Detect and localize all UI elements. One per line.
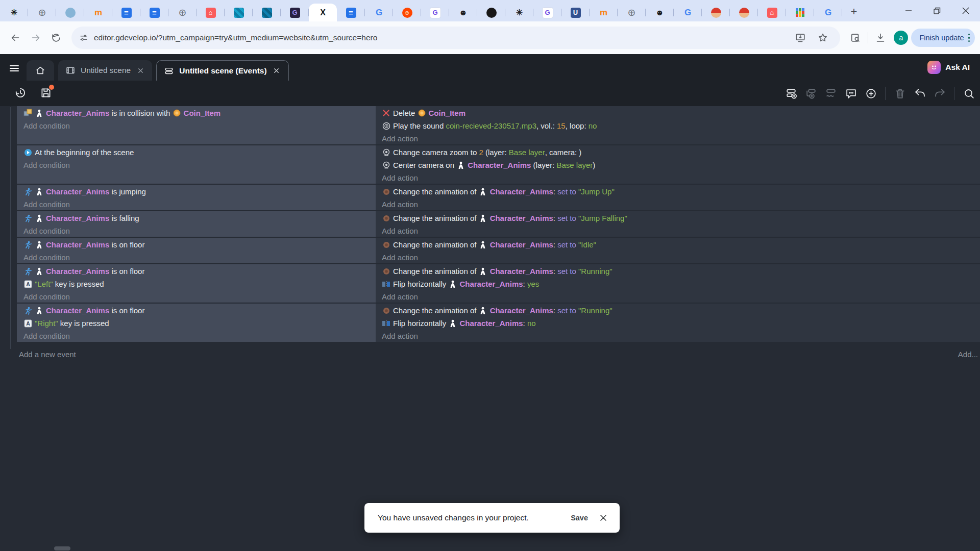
browser-tab-grid[interactable] [786,4,814,21]
conditions-cell[interactable]: Character_Anims is fallingAdd condition [17,211,376,237]
conditions-cell[interactable]: Character_Anims is jumpingAdd condition [17,185,376,210]
browser-tab-claude[interactable]: ☻ [449,4,477,21]
omnibox[interactable]: editor.gdevelop.io/?utm_campaign=try&utm… [71,27,840,49]
browser-tab-docs[interactable]: ≡ [140,4,168,21]
add-action-link[interactable]: Add action [382,171,980,184]
browser-tab-docs[interactable]: ≡ [337,4,365,21]
action-line[interactable]: Play the sound coin-recieved-230517.mp3,… [382,119,980,132]
condition-line[interactable]: Character_Anims is on floor [17,304,376,317]
finish-update-button[interactable]: Finish update [911,29,975,47]
add-condition-link[interactable]: Add condition [17,251,376,264]
restore-button[interactable] [923,0,951,21]
editor-tab-scene[interactable]: Untitled scene [58,60,152,81]
browser-tab-reddit[interactable]: ☺ [393,4,421,21]
url-text[interactable]: editor.gdevelop.io/?utm_campaign=try&utm… [94,33,790,42]
actions-cell[interactable]: Change camera zoom to 2 (layer: Base lay… [376,145,980,184]
action-line[interactable]: Change the animation of Character_Anims:… [382,185,980,198]
add-condition-link[interactable]: Add condition [17,290,376,303]
add-action-link[interactable]: Add action [382,198,980,211]
browser-tab-udemy[interactable]: U [561,4,590,21]
browser-tab-openai[interactable]: ✳ [0,4,28,21]
browser-tab-globe[interactable]: ⊕ [28,4,56,21]
action-line[interactable]: Change camera zoom to 2 (layer: Base lay… [382,146,980,159]
snackbar-close-icon[interactable] [594,509,612,527]
actions-cell[interactable]: Change the animation of Character_Anims:… [376,264,980,303]
site-info-icon[interactable] [79,33,89,43]
browser-tab-docs[interactable]: ≡ [112,4,140,21]
add-condition-link[interactable]: Add condition [17,119,376,132]
conditions-cell[interactable]: Character_Anims is in collision with Coi… [17,106,376,144]
browser-tab-teal2[interactable] [253,4,281,21]
condition-line[interactable]: At the beginning of the scene [17,146,376,159]
add-action-link[interactable]: Add action [382,224,980,237]
browser-menu-icon[interactable] [968,34,970,42]
add-condition-link[interactable]: Add condition [17,198,376,211]
actions-cell[interactable]: Change the animation of Character_Anims:… [376,304,980,342]
browser-tab-brain[interactable] [56,4,84,21]
add-comment-icon[interactable] [843,84,859,103]
browser-tab-itch[interactable]: ⌂ [758,4,786,21]
snackbar-save-button[interactable]: Save [565,510,594,526]
browser-tab-moodle[interactable]: m [590,4,618,21]
undo-icon[interactable] [912,84,928,103]
horizontal-scrollbar-thumb[interactable] [54,546,70,550]
action-line[interactable]: Change the animation of Character_Anims:… [382,238,980,251]
add-condition-link[interactable]: Add condition [17,330,376,342]
actions-cell[interactable]: Change the animation of Character_Anims:… [376,238,980,263]
actions-cell[interactable]: Change the animation of Character_Anims:… [376,211,980,237]
condition-line[interactable]: A"Left" key is pressed [17,278,376,290]
profile-avatar[interactable]: a [894,31,908,45]
new-tab-button[interactable]: + [845,3,863,20]
close-tab-icon[interactable] [272,66,281,76]
browser-tab-mario[interactable] [730,4,758,21]
condition-line[interactable]: Character_Anims is falling [17,212,376,224]
add-condition-link[interactable]: Add condition [17,224,376,237]
action-line[interactable]: Delete Coin_Item [382,107,980,119]
actions-cell[interactable]: Delete Coin_ItemPlay the sound coin-reci… [376,106,980,144]
history-icon[interactable] [11,84,30,102]
add-new-event-link[interactable]: Add a new event [19,350,76,359]
add-action-link[interactable]: Add action [382,251,980,264]
action-line[interactable]: Change the animation of Character_Anims:… [382,212,980,224]
browser-tab-x-active[interactable]: X [309,4,337,21]
browser-tab-globe[interactable]: ⊕ [618,4,646,21]
minimize-button[interactable] [894,0,923,21]
browser-tab-gdev[interactable]: G [421,4,449,21]
browser-tab-mario[interactable] [702,4,730,21]
install-app-icon[interactable] [790,28,811,48]
add-condition-link[interactable]: Add condition [17,159,376,171]
browser-tab-teal[interactable] [225,4,253,21]
action-line[interactable]: Center camera on Character_Anims (layer:… [382,159,980,171]
action-line[interactable]: Flip horizontally Character_Anims: yes [382,278,980,290]
conditions-cell[interactable]: Character_Anims is on floorA"Right" key … [17,304,376,342]
condition-line[interactable]: Character_Anims is on floor [17,238,376,251]
browser-tab-openai[interactable]: ✳ [505,4,533,21]
add-action-link[interactable]: Add action [382,330,980,342]
home-tab[interactable] [27,60,54,81]
downloads-icon[interactable] [870,28,891,48]
conditions-cell[interactable]: At the beginning of the sceneAdd conditi… [17,145,376,184]
browser-tab-globe[interactable]: ⊕ [168,4,197,21]
forward-button[interactable] [26,28,46,48]
choose-event-icon[interactable] [863,84,879,103]
close-tab-icon[interactable] [136,66,145,75]
action-line[interactable]: Change the animation of Character_Anims:… [382,265,980,278]
conditions-cell[interactable]: Character_Anims is on floorA"Left" key i… [17,264,376,303]
condition-line[interactable]: Character_Anims is jumping [17,185,376,198]
save-icon[interactable] [37,84,55,102]
browser-tab-claude[interactable]: ☻ [646,4,674,21]
add-more-link[interactable]: Add... [958,350,978,359]
tab-search-icon[interactable] [845,28,866,48]
ask-ai-button[interactable]: Ask AI [924,60,973,74]
condition-line[interactable]: Character_Anims is on floor [17,265,376,278]
action-line[interactable]: Flip horizontally Character_Anims: no [382,317,980,330]
bookmark-star-icon[interactable] [813,28,833,48]
main-menu-icon[interactable] [4,58,24,79]
browser-tab-google[interactable]: G [814,4,842,21]
browser-tab-moodle[interactable]: m [84,4,112,21]
browser-tab-gdev[interactable]: G [533,4,561,21]
reload-button[interactable] [46,28,66,48]
back-button[interactable] [5,28,26,48]
close-window-button[interactable] [951,0,980,21]
condition-line[interactable]: A"Right" key is pressed [17,317,376,330]
